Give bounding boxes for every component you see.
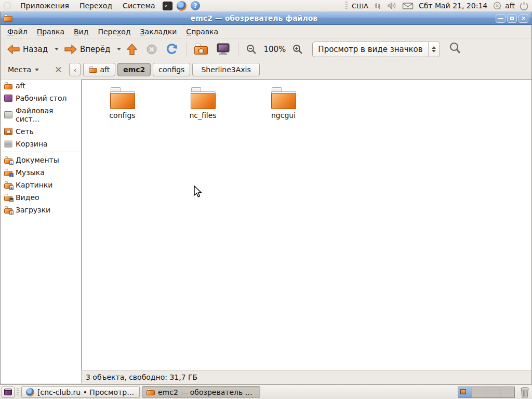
window-body: aft Рабочий стол Файловая сист... Сеть К… [1,79,531,370]
forward-button[interactable]: Вперёд [61,42,113,57]
places-combo[interactable]: Места [5,63,42,76]
help-icon: ? [191,1,200,10]
forward-history-chevron-icon[interactable] [117,48,121,50]
help-launcher[interactable]: ? [190,1,201,11]
file-label: configs [109,111,135,119]
menu-file[interactable]: Файл [3,26,32,37]
up-button[interactable] [123,41,141,58]
desktop: Приложения Переход Система >_ ? США Сбт … [0,0,532,399]
sidebar-item-video[interactable]: ▤ Видео [1,191,81,204]
menu-bookmarks[interactable]: Закладки [136,26,182,37]
zoom-out-icon [246,44,257,55]
sidebar-close-button[interactable]: ✕ [55,65,62,74]
sidebar-item-network[interactable]: Сеть [1,125,81,138]
downloads-folder-icon: ↓ [4,206,12,214]
task-button-file-manager[interactable]: emc2 — обозреватель фа... [142,386,260,398]
window-title: emc2 — обозреватель файлов [12,14,496,22]
system-menu[interactable]: Система [118,1,159,11]
toolbar-separator [186,42,187,57]
sidebar-item-home[interactable]: aft [1,79,81,92]
workspace-switcher[interactable] [458,387,515,398]
breadcrumb-emc2[interactable]: emc2 [117,63,151,76]
volume-icon[interactable] [387,2,398,10]
workspace-3[interactable] [486,387,500,397]
file-label: nc_files [189,111,216,119]
file-manager-icon [4,15,12,22]
terminal-launcher[interactable]: >_ [162,1,173,11]
breadcrumb-configs[interactable]: configs [153,63,190,76]
stop-button[interactable] [143,42,161,57]
search-button[interactable] [447,41,463,58]
places-sidebar: aft Рабочий стол Файловая сист... Сеть К… [1,79,82,383]
chevron-down-icon [35,69,39,71]
zoom-out-button[interactable] [243,42,260,57]
updates-arrows-icon[interactable] [373,2,383,10]
trash-icon [4,140,12,148]
trash-applet-icon[interactable] [519,386,530,398]
file-item-nc_files[interactable]: nc_files [163,87,243,119]
workspace-1[interactable] [458,387,472,397]
panel-drag-handle[interactable] [345,2,348,10]
task-button-firefox[interactable]: [cnc-club.ru • Просмотр т... [21,386,140,398]
breadcrumb-prev-button[interactable]: ‹ [69,63,81,76]
mail-icon[interactable] [402,2,414,10]
view-mode-spinner[interactable] [428,42,440,57]
menu-help[interactable]: Справка [181,26,223,37]
maximize-button[interactable] [507,14,517,23]
search-icon [449,42,461,55]
sidebar-item-trash[interactable]: Корзина [1,138,81,150]
zoom-in-button[interactable] [289,42,306,57]
status-bubble-icon [493,2,503,10]
breadcrumb-sherline3axis[interactable]: Sherline3Axis [192,63,259,76]
show-desktop-icon [4,389,12,395]
titlebar[interactable]: emc2 — обозреватель файлов — ✕ [1,12,531,25]
breadcrumb-aft[interactable]: aft [83,63,115,76]
sidebar-item-downloads[interactable]: ↓ Загрузки [1,204,81,216]
minimize-button[interactable]: — [496,14,506,23]
firefox-icon [177,1,187,11]
show-desktop-button[interactable] [2,387,15,398]
computer-button[interactable] [213,41,233,58]
sidebar-item-desktop[interactable]: Рабочий стол [1,92,81,104]
sidebar-item-music[interactable]: ♪ Музыка [1,166,81,179]
username: aft [505,2,515,10]
clock[interactable]: Сбт Май 21, 20:14 [418,2,488,10]
toolbar-separator [238,42,238,57]
statusbar: 3 объекта, свободно: 31,7 ГБ [82,370,531,383]
power-icon[interactable] [519,1,529,11]
sidebar-item-filesystem[interactable]: Файловая сист... [1,104,81,125]
menubar: Файл Правка Вид Переход Закладки Справка [1,25,531,38]
file-view[interactable]: configs nc_files ngcgui [82,79,531,370]
sidebar-item-documents[interactable]: ≡ Документы [1,154,81,166]
view-mode-select[interactable]: Просмотр в виде значков [312,42,440,57]
home-folder-icon [89,66,97,73]
sidebar-item-pictures[interactable]: ▣ Картинки [1,179,81,191]
workspace-4[interactable] [500,387,514,397]
panel-drag-handle[interactable] [17,388,19,396]
file-item-configs[interactable]: configs [82,87,163,119]
file-manager-window: emc2 — обозреватель файлов — ✕ Файл Прав… [0,12,532,384]
home-folder-icon [194,44,208,55]
zoom-level[interactable]: 100% [262,45,287,54]
applications-menu[interactable]: Приложения [16,1,74,11]
back-button[interactable]: Назад [4,42,51,57]
back-arrow-icon [7,44,20,55]
keyboard-layout-indicator[interactable]: США [352,2,368,10]
workspace-2[interactable] [472,387,486,397]
menu-view[interactable]: Вид [69,26,93,37]
close-button[interactable]: ✕ [518,14,528,23]
places-menu[interactable]: Переход [75,1,117,11]
stop-icon [146,44,157,55]
firefox-launcher[interactable] [176,1,187,11]
home-button[interactable] [191,42,211,57]
file-grid: configs nc_files ngcgui [82,80,531,119]
file-item-ngcgui[interactable]: ngcgui [243,87,324,119]
menu-edit[interactable]: Правка [32,26,69,37]
me-menu[interactable]: aft [493,2,515,10]
file-label: ngcgui [271,111,296,119]
folder-icon [110,87,135,109]
ubuntu-logo-icon [3,2,11,10]
menu-go[interactable]: Переход [93,26,135,37]
reload-button[interactable] [163,41,181,58]
back-history-chevron-icon[interactable] [55,48,59,50]
